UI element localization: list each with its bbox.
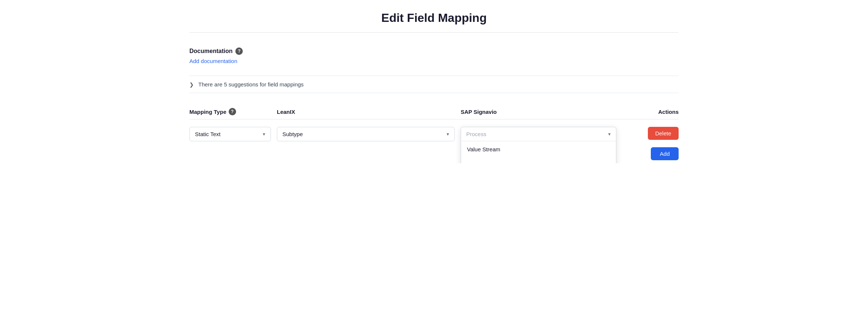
col-mapping-type: Mapping Type ? [189,108,271,115]
documentation-label: Documentation ? [189,47,679,55]
add-actions: Add [619,147,679,160]
mapping-type-chevron-icon: ▾ [263,131,265,137]
leanix-chevron-icon: ▾ [447,131,449,137]
leanix-dropdown-wrapper: Subtype ▾ [277,127,455,141]
col-leanix: LeanIX [277,108,455,115]
delete-button[interactable]: Delete [648,127,679,140]
table-header: Mapping Type ? LeanIX SAP Signavio Actio… [189,104,679,119]
chevron-right-icon: ❯ [189,82,194,88]
mapping-type-dropdown-wrapper: Static Text ▾ [189,127,271,141]
suggestions-text: There are 5 suggestions for field mappin… [198,81,304,88]
documentation-text: Documentation [189,48,232,55]
page-header: Edit Field Mapping [189,0,679,33]
mapping-type-help-icon[interactable]: ? [229,108,236,115]
col-actions: Actions [619,108,679,115]
leanix-dropdown[interactable]: Subtype ▾ [277,127,455,141]
page-title: Edit Field Mapping [189,11,679,25]
sap-option-customer-journey[interactable]: Customer Journey [461,157,616,163]
row-1-actions: Delete [619,127,679,140]
mapping-type-value: Static Text [195,131,221,137]
suggestions-row[interactable]: ❯ There are 5 suggestions for field mapp… [189,76,679,93]
mapping-type-dropdown[interactable]: Static Text ▾ [189,127,271,141]
documentation-help-icon[interactable]: ? [235,47,243,55]
sap-option-value-stream[interactable]: Value Stream [461,141,616,157]
page-container: Edit Field Mapping Documentation ? Add d… [175,0,693,163]
leanix-value: Subtype [282,131,303,137]
add-button[interactable]: Add [651,147,679,160]
documentation-section: Documentation ? Add documentation [189,47,679,65]
add-documentation-link[interactable]: Add documentation [189,58,237,64]
table-row-1: Static Text ▾ Subtype ▾ Process ▾ Value … [189,124,679,144]
sap-dropdown-placeholder: Process [466,131,486,137]
sap-dropdown-chevron-icon: ▾ [608,131,611,137]
sap-signavio-dropdown-header[interactable]: Process ▾ [461,127,616,141]
col-sap-signavio: SAP Signavio [461,108,613,115]
sap-signavio-dropdown-open: Process ▾ Value Stream Customer Journey … [461,127,616,163]
